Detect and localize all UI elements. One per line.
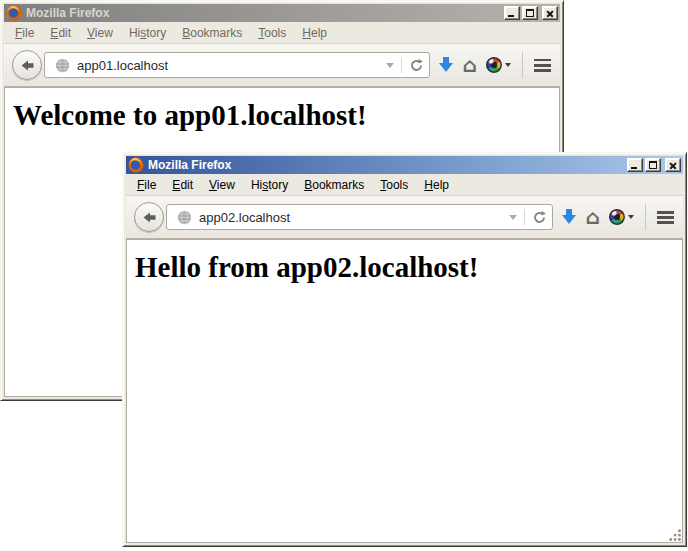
menu-history[interactable]: History bbox=[244, 176, 295, 194]
addon-colorwheel-button[interactable] bbox=[486, 57, 511, 73]
menu-tools[interactable]: Tools bbox=[251, 24, 293, 42]
menu-view[interactable]: View bbox=[80, 24, 120, 42]
site-identity-globe-icon[interactable] bbox=[55, 58, 70, 73]
menu-bar: File Edit View History Bookmarks Tools H… bbox=[126, 174, 683, 196]
hamburger-menu-icon[interactable] bbox=[534, 59, 551, 72]
urlbar-dropdown-icon[interactable] bbox=[386, 63, 394, 68]
firefox-logo-icon bbox=[6, 5, 22, 21]
maximize-button[interactable] bbox=[645, 158, 661, 172]
download-icon[interactable] bbox=[562, 209, 577, 225]
menu-file[interactable]: File bbox=[130, 176, 163, 194]
minimize-button[interactable] bbox=[627, 158, 643, 172]
urlbar-dropdown-icon[interactable] bbox=[509, 215, 517, 220]
window-title: Mozilla Firefox bbox=[26, 6, 109, 20]
toolbar-separator bbox=[645, 204, 646, 230]
home-icon[interactable]: ⌂ bbox=[463, 55, 477, 75]
back-arrow-icon bbox=[142, 211, 157, 224]
titlebar[interactable]: Mozilla Firefox bbox=[126, 156, 683, 174]
firefox-logo-icon bbox=[128, 157, 144, 173]
hamburger-menu-icon[interactable] bbox=[657, 211, 674, 224]
toolbar-separator bbox=[522, 52, 523, 78]
url-text[interactable]: app02.localhost bbox=[199, 210, 290, 225]
back-arrow-icon bbox=[20, 59, 35, 72]
menu-help[interactable]: Help bbox=[417, 176, 456, 194]
site-identity-globe-icon[interactable] bbox=[177, 210, 192, 225]
reload-icon[interactable] bbox=[532, 210, 547, 225]
menu-history[interactable]: History bbox=[122, 24, 173, 42]
download-icon[interactable] bbox=[439, 57, 454, 73]
reload-icon[interactable] bbox=[409, 58, 424, 73]
urlbar-divider bbox=[524, 209, 525, 225]
menu-tools[interactable]: Tools bbox=[373, 176, 415, 194]
window-controls bbox=[504, 6, 558, 20]
navigation-toolbar: app01.localhost ⌂ bbox=[4, 44, 560, 87]
browser-window-app02: Mozilla Firefox File Edit View History B… bbox=[122, 152, 687, 547]
resize-grip[interactable] bbox=[667, 527, 681, 541]
page-heading: Hello from app02.localhost! bbox=[127, 251, 682, 284]
close-button[interactable] bbox=[542, 6, 558, 20]
minimize-icon bbox=[631, 167, 637, 169]
close-button[interactable] bbox=[665, 158, 681, 172]
titlebar[interactable]: Mozilla Firefox bbox=[4, 4, 560, 22]
menu-view[interactable]: View bbox=[202, 176, 242, 194]
close-icon bbox=[666, 159, 680, 171]
maximize-button[interactable] bbox=[522, 6, 538, 20]
close-icon bbox=[543, 7, 557, 19]
page-content: Hello from app02.localhost! bbox=[126, 239, 683, 543]
minimize-button[interactable] bbox=[504, 6, 520, 20]
back-button[interactable] bbox=[12, 50, 42, 80]
maximize-icon bbox=[649, 161, 657, 169]
url-text[interactable]: app01.localhost bbox=[77, 58, 168, 73]
navigation-toolbar: app02.localhost ⌂ bbox=[126, 196, 683, 239]
window-controls bbox=[627, 158, 681, 172]
colorwheel-icon bbox=[486, 57, 502, 73]
window-title: Mozilla Firefox bbox=[148, 158, 231, 172]
addon-colorwheel-button[interactable] bbox=[609, 209, 634, 225]
menu-help[interactable]: Help bbox=[295, 24, 334, 42]
menu-edit[interactable]: Edit bbox=[43, 24, 78, 42]
menu-bookmarks[interactable]: Bookmarks bbox=[297, 176, 371, 194]
url-bar[interactable]: app02.localhost bbox=[166, 204, 553, 230]
back-button[interactable] bbox=[134, 202, 164, 232]
menu-edit[interactable]: Edit bbox=[165, 176, 200, 194]
minimize-icon bbox=[508, 15, 514, 17]
url-bar[interactable]: app01.localhost bbox=[44, 52, 430, 78]
maximize-icon bbox=[526, 9, 534, 17]
menu-bookmarks[interactable]: Bookmarks bbox=[175, 24, 249, 42]
colorwheel-icon bbox=[609, 209, 625, 225]
chevron-down-icon bbox=[628, 215, 634, 219]
menu-file[interactable]: File bbox=[8, 24, 41, 42]
urlbar-divider bbox=[401, 57, 402, 73]
chevron-down-icon bbox=[505, 63, 511, 67]
menu-bar: File Edit View History Bookmarks Tools H… bbox=[4, 22, 560, 44]
page-heading: Welcome to app01.localhost! bbox=[5, 99, 559, 132]
home-icon[interactable]: ⌂ bbox=[586, 207, 600, 227]
